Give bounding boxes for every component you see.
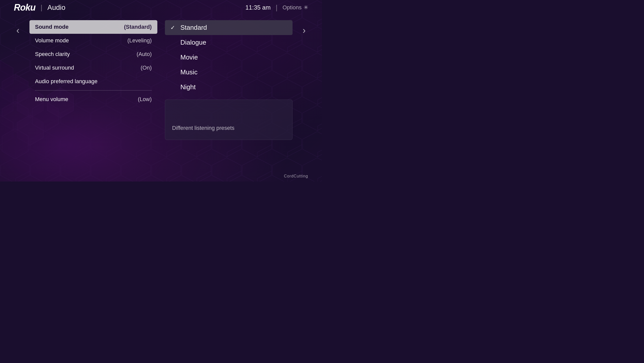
option-night[interactable]: Night [165,80,293,95]
description-text: Different listening presets [172,124,235,132]
page-title: Audio [47,4,65,12]
menu-item-menu-volume[interactable]: Menu volume (Low) [29,93,157,106]
check-icon-standard: ✓ [170,24,176,31]
volume-mode-value: (Leveling) [127,37,152,44]
header: Roku | Audio 11:35 am | Options ✳ [0,0,322,15]
roku-logo: Roku [14,2,35,13]
option-music[interactable]: Music [165,65,293,80]
description-box: Different listening presets [165,100,293,140]
option-dialogue[interactable]: Dialogue [165,35,293,50]
option-standard-label: Standard [181,24,207,32]
clock: 11:35 am [245,4,271,11]
option-night-label: Night [181,83,196,91]
virtual-surround-value: (On) [141,65,152,71]
option-music-label: Music [181,68,198,76]
option-dialogue-label: Dialogue [181,39,206,46]
option-movie[interactable]: Movie [165,50,293,65]
sound-mode-label: Sound mode [35,24,68,30]
footer: CordCutting [284,174,308,178]
header-right: 11:35 am | Options ✳ [245,4,308,12]
audio-language-label: Audio preferred language [35,78,97,85]
brand-label: CordCutting [284,174,308,178]
nav-left-arrow[interactable]: ‹ [14,23,22,38]
header-logo-divider: | [41,4,42,12]
option-standard[interactable]: ✓ Standard [165,20,293,35]
header-right-divider: | [276,4,277,12]
menu-volume-label: Menu volume [35,96,68,103]
left-menu-panel: Sound mode (Standard) Volume mode (Level… [29,20,157,106]
volume-mode-label: Volume mode [35,37,69,44]
options-label: Options [282,4,302,11]
main-content: ‹ Sound mode (Standard) Volume mode (Lev… [0,20,322,182]
option-movie-label: Movie [181,53,198,61]
menu-item-virtual-surround[interactable]: Virtual surround (On) [29,61,157,75]
options-button[interactable]: Options ✳ [282,4,308,11]
speech-clarity-label: Speech clarity [35,51,70,57]
speech-clarity-value: (Auto) [137,51,152,57]
sound-mode-value: (Standard) [124,24,152,30]
menu-item-audio-preferred-language[interactable]: Audio preferred language [29,75,157,88]
menu-volume-value: (Low) [138,96,152,103]
right-options-panel: ✓ Standard Dialogue Movie Music Night Di… [165,20,293,140]
header-left: Roku | Audio [14,2,65,13]
virtual-surround-label: Virtual surround [35,65,74,71]
menu-divider [35,90,152,90]
menu-item-speech-clarity[interactable]: Speech clarity (Auto) [29,47,157,61]
menu-item-sound-mode[interactable]: Sound mode (Standard) [29,20,157,34]
menu-item-volume-mode[interactable]: Volume mode (Leveling) [29,34,157,47]
nav-right-arrow[interactable]: › [300,23,308,38]
options-icon: ✳ [304,4,308,11]
